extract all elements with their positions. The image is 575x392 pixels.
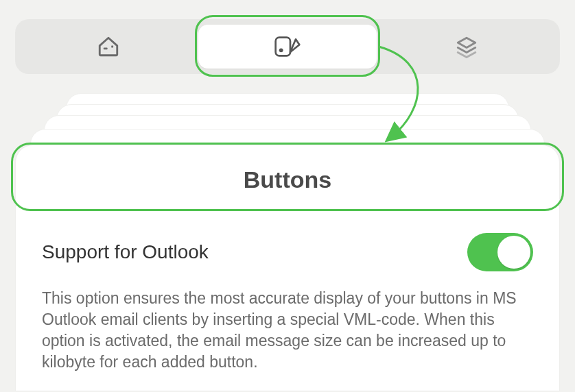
design-icon — [274, 34, 301, 59]
setting-title: Support for Outlook — [42, 241, 209, 263]
tab-design[interactable] — [198, 25, 377, 69]
layers-icon — [455, 35, 478, 58]
setting-description: This option ensures the most accurate di… — [42, 288, 533, 373]
svg-rect-2 — [276, 38, 290, 56]
toggle-knob — [497, 236, 530, 269]
setting-row-outlook: Support for Outlook — [42, 233, 533, 271]
tab-general[interactable] — [19, 25, 198, 69]
panel-title: Buttons — [16, 145, 559, 214]
svg-point-3 — [279, 48, 283, 52]
svg-rect-0 — [104, 47, 108, 49]
top-tabbar — [15, 19, 560, 74]
toggle-support-outlook[interactable] — [467, 233, 533, 271]
svg-rect-1 — [112, 46, 114, 48]
home-icon — [97, 35, 120, 58]
panel-body: Support for Outlook This option ensures … — [16, 214, 559, 380]
settings-panel: Buttons Support for Outlook This option … — [15, 145, 560, 391]
tab-layers[interactable] — [377, 25, 556, 69]
